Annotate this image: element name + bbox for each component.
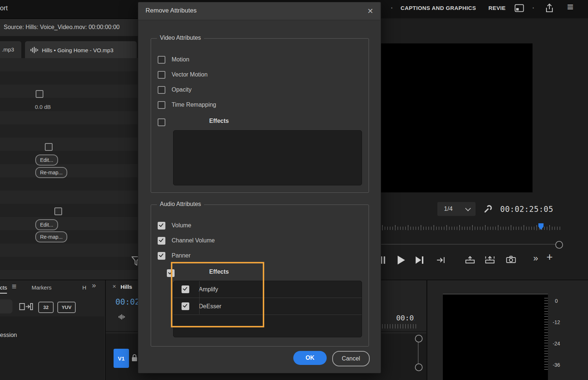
- timeline-mini-ruler[interactable]: [382, 324, 417, 328]
- ok-button-label: OK: [306, 355, 315, 361]
- panner-checkbox[interactable]: [158, 252, 165, 260]
- edit-button[interactable]: Edit...: [35, 155, 58, 166]
- panel-content-area: ession: [0, 316, 104, 380]
- deesser-label: DeEsser: [199, 303, 221, 310]
- effect-toggle-checkbox[interactable]: [54, 207, 62, 215]
- button-editor-chevrons[interactable]: »: [533, 253, 538, 263]
- share-export-icon[interactable]: [545, 3, 554, 13]
- export-frame-camera-button[interactable]: [506, 256, 516, 263]
- meter-scale-label: -36: [549, 362, 563, 368]
- scrollbar-knob[interactable]: [415, 335, 423, 342]
- close-icon[interactable]: ✕: [367, 7, 373, 15]
- tab-clip-partial[interactable]: .mp3: [0, 41, 21, 59]
- workspace-captions-graphics[interactable]: CAPTIONS AND GRAPHICS: [401, 5, 476, 11]
- remap-button[interactable]: Re-map...: [35, 167, 67, 178]
- ok-button[interactable]: OK: [293, 351, 327, 365]
- tab-effects-partial[interactable]: cts: [0, 284, 7, 294]
- effect-toggle-checkbox[interactable]: [45, 143, 53, 151]
- list-item-partial[interactable]: ession: [0, 332, 17, 338]
- clip-transition-icon[interactable]: [19, 302, 33, 312]
- amplify-checkbox[interactable]: [182, 285, 189, 293]
- go-to-out-button[interactable]: [437, 256, 445, 264]
- panel-overflow-chevrons[interactable]: »: [92, 281, 96, 290]
- add-button-plus[interactable]: +: [546, 251, 553, 263]
- audio-attributes-legend: Audio Attributes: [157, 201, 204, 207]
- filter-32bit-badge[interactable]: 32: [38, 302, 54, 313]
- tab-clip-partial-label: .mp3: [2, 46, 14, 53]
- remap-button-label: Re-map...: [40, 170, 62, 175]
- workspace-review-partial[interactable]: REVIE: [488, 5, 506, 11]
- track-lock-icon[interactable]: [131, 354, 138, 362]
- edit-button-label: Edit...: [40, 222, 53, 228]
- scrollbar-knob[interactable]: [415, 363, 423, 371]
- tab-history-partial[interactable]: H: [82, 284, 86, 291]
- audio-waveform-icon: [118, 314, 125, 320]
- gain-value[interactable]: 0.0 dB: [35, 104, 51, 110]
- program-monitor-panel: 1/4 00:02:25:05: [380, 18, 588, 280]
- track-v1-label: V1: [118, 355, 125, 362]
- timeline-right-timecode-partial[interactable]: 00:02:2: [396, 313, 415, 322]
- vector-motion-label: Vector Motion: [172, 71, 208, 78]
- play-button[interactable]: [398, 256, 405, 264]
- settings-wrench-icon[interactable]: [484, 205, 492, 213]
- cancel-button-label: Cancel: [342, 355, 360, 362]
- zoom-level-dropdown[interactable]: 1/4: [437, 202, 476, 216]
- volume-checkbox[interactable]: [158, 222, 165, 230]
- vector-motion-checkbox[interactable]: [158, 71, 165, 79]
- attr-row-motion: Motion: [158, 56, 189, 63]
- channel-volume-checkbox[interactable]: [158, 237, 165, 245]
- video-effects-checkbox[interactable]: [158, 118, 165, 126]
- dialog-titlebar[interactable]: Remove Attributes ✕: [138, 2, 380, 20]
- deesser-checkbox[interactable]: [182, 302, 189, 310]
- tab-close-icon[interactable]: ×: [112, 283, 116, 290]
- badge-yuv-label: YUV: [62, 305, 72, 310]
- opacity-checkbox[interactable]: [158, 86, 165, 94]
- edit-button-label: Edit...: [40, 157, 53, 163]
- tab-active-clip[interactable]: Hills • Going Home - VO.mp3: [25, 41, 137, 59]
- step-forward-button[interactable]: [416, 256, 424, 264]
- panel-layout-icon[interactable]: [514, 4, 524, 12]
- meter-scale-label: -12: [549, 319, 563, 325]
- panel-menu-icon[interactable]: ≡: [12, 282, 17, 291]
- effect-controls-panel: [0, 58, 139, 280]
- video-effects-header: Effects: [193, 118, 245, 124]
- program-video-display: [381, 43, 533, 192]
- motion-label: Motion: [172, 56, 189, 63]
- track-height-scrollbar[interactable]: [418, 338, 419, 366]
- extract-button[interactable]: [485, 256, 495, 264]
- dialog-title: Remove Attributes: [146, 7, 197, 14]
- tab-sequence-label[interactable]: Hills: [121, 284, 132, 290]
- filter-yuv-badge[interactable]: YUV: [57, 302, 76, 313]
- remove-attributes-dialog: Remove Attributes ✕ Video Attributes Mot…: [138, 2, 381, 373]
- scrollbar-knob[interactable]: [555, 241, 563, 249]
- time-remapping-checkbox[interactable]: [158, 101, 165, 109]
- tab-markers[interactable]: Markers: [32, 284, 51, 291]
- attr-row-panner: Panner: [158, 252, 191, 259]
- premiere-app: ort · CAPTIONS AND GRAPHICS REVIE · ≡ So…: [0, 0, 588, 380]
- audio-effects-header: Effects: [193, 269, 245, 275]
- topbar-left-partial-text[interactable]: ort: [0, 4, 8, 12]
- lift-button[interactable]: [465, 256, 475, 264]
- timeline-timecode-partial[interactable]: 00:02: [115, 297, 140, 306]
- effect-row-amplify[interactable]: Amplify: [173, 281, 362, 298]
- program-ruler-fine[interactable]: [382, 227, 561, 230]
- program-timecode[interactable]: 00:02:25:05: [500, 205, 553, 214]
- remap-button[interactable]: Re-map...: [35, 231, 67, 242]
- badge-32-label: 32: [43, 305, 49, 310]
- meter-scale-label: 0: [549, 298, 563, 304]
- audio-meter-panel: 0 -12 -24 -36: [426, 280, 588, 380]
- hamburger-menu-icon[interactable]: ≡: [567, 1, 574, 13]
- edit-button[interactable]: Edit...: [35, 219, 58, 230]
- audio-effects-checkbox[interactable]: [167, 269, 175, 277]
- clipped-toolbar-button[interactable]: [0, 299, 12, 313]
- track-v1-target[interactable]: V1: [114, 349, 129, 368]
- horizontal-scrollbar[interactable]: [381, 244, 562, 245]
- tab-active-clip-label: Hills • Going Home - VO.mp3: [42, 47, 113, 53]
- motion-checkbox[interactable]: [158, 56, 165, 64]
- zoom-level-value: 1/4: [444, 205, 453, 213]
- effect-row-deesser[interactable]: DeEsser: [173, 298, 362, 315]
- effect-toggle-checkbox[interactable]: [36, 90, 43, 98]
- channel-volume-label: Channel Volume: [172, 237, 215, 244]
- volume-label: Volume: [172, 222, 191, 229]
- cancel-button[interactable]: Cancel: [332, 351, 370, 366]
